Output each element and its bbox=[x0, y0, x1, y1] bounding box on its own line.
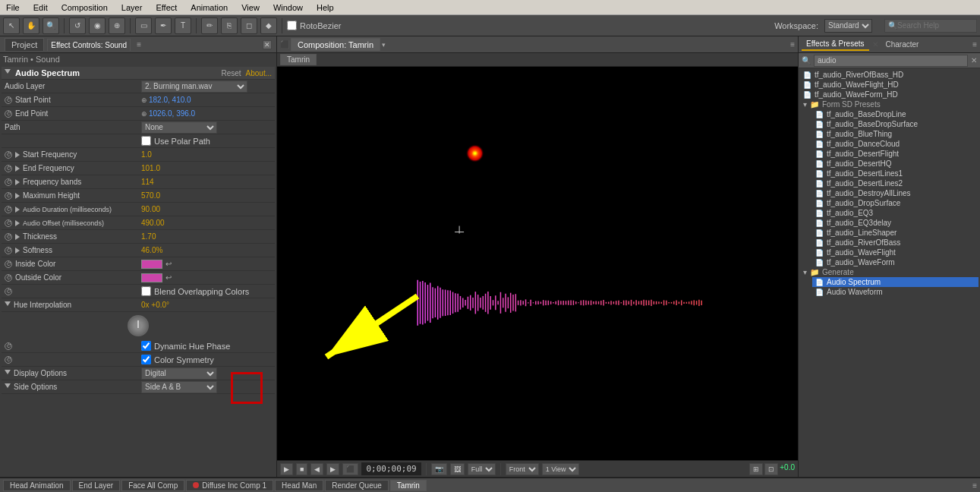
tree-item-waveflight[interactable]: 📄 tf_audio_WaveFlight bbox=[812, 248, 978, 257]
expand-audio-offset[interactable] bbox=[15, 220, 20, 226]
end-point-value[interactable]: 1026.0, 396.0 bbox=[149, 109, 272, 118]
start-point-value[interactable]: 182.0, 410.0 bbox=[149, 96, 272, 104]
stopwatch-thickness[interactable]: ⏱ bbox=[5, 233, 12, 241]
comp-panel-menu[interactable]: ≡ bbox=[790, 40, 795, 49]
ram-preview-btn[interactable]: ⬛ bbox=[342, 463, 358, 475]
audio-offset-value[interactable]: 490.00 bbox=[141, 219, 272, 227]
tree-item-eq3delay[interactable]: 📄 tf_audio_EQ3delay bbox=[812, 218, 978, 228]
text-tool[interactable]: T bbox=[175, 17, 191, 34]
display-options-select[interactable]: Digital bbox=[141, 367, 217, 380]
menu-help[interactable]: Help bbox=[314, 2, 337, 13]
tree-item-riverofbass[interactable]: 📄 tf_audio_RiverOfBass bbox=[812, 238, 978, 248]
color-symmetry-checkbox[interactable] bbox=[141, 355, 151, 364]
stopwatch-audio-offset[interactable]: ⏱ bbox=[5, 219, 12, 227]
tree-item-riverofbass-hd[interactable]: 📄 tf_audio_RiverOfBass_HD bbox=[800, 70, 978, 80]
tab-character[interactable]: Character bbox=[881, 39, 924, 50]
frame-fwd-btn[interactable]: ▶ bbox=[326, 463, 339, 475]
grid-btn[interactable]: ⊞ bbox=[749, 463, 763, 475]
tree-item-audio-waveform[interactable]: 📄 Audio Waveform bbox=[812, 287, 978, 297]
use-polar-path-checkbox[interactable] bbox=[141, 136, 151, 146]
hand-tool[interactable]: ✋ bbox=[23, 17, 39, 34]
outside-color-reset[interactable]: ↩ bbox=[165, 273, 172, 282]
tree-item-waveform[interactable]: 📄 tf_audio_WaveForm bbox=[812, 257, 978, 267]
menu-animation[interactable]: Animation bbox=[187, 2, 231, 13]
tree-item-bluething[interactable]: 📄 tf_audio_BlueThing bbox=[812, 129, 978, 139]
tree-item-waveform-hd[interactable]: 📄 tf_audio_WaveForm_HD bbox=[800, 90, 978, 99]
brush-tool[interactable]: ✏ bbox=[201, 17, 218, 34]
search-input[interactable] bbox=[897, 21, 973, 30]
expand-freq-bands[interactable] bbox=[15, 179, 20, 185]
show-snapshot-btn[interactable]: 🖼 bbox=[450, 463, 465, 475]
tree-item-eq3[interactable]: 📄 tf_audio_EQ3 bbox=[812, 208, 978, 218]
stopwatch-end-point[interactable]: ⏱ bbox=[5, 110, 12, 118]
tab-project[interactable]: Project bbox=[5, 38, 44, 51]
zoom-tool[interactable]: 🔍 bbox=[43, 17, 59, 34]
stopwatch-inside-color[interactable]: ⏱ bbox=[5, 260, 12, 268]
comp-subtab-tamrin[interactable]: Tamrin bbox=[280, 54, 317, 65]
expand-softness[interactable] bbox=[15, 248, 20, 254]
tl-tab-render-queue[interactable]: Render Queue bbox=[325, 480, 389, 491]
select-tool[interactable]: ↖ bbox=[3, 17, 20, 34]
stopwatch-max-height[interactable]: ⏱ bbox=[5, 192, 12, 200]
right-panel-menu[interactable]: ≡ bbox=[972, 40, 977, 49]
menu-window[interactable]: Window bbox=[270, 2, 306, 13]
menu-view[interactable]: View bbox=[238, 2, 263, 13]
stopwatch-dyn-hue[interactable]: ⏱ bbox=[5, 342, 12, 350]
tl-tab-face-all-comp[interactable]: Face All Comp bbox=[121, 480, 184, 491]
expand-thickness[interactable] bbox=[15, 234, 20, 240]
side-options-select[interactable]: Side A & B bbox=[141, 381, 217, 393]
menu-composition[interactable]: Composition bbox=[58, 2, 111, 13]
comp-tab-tamrin[interactable]: Composition: Tamrin bbox=[291, 38, 380, 51]
stopwatch-freq-bands[interactable]: ⏱ bbox=[5, 178, 12, 186]
tree-item-basedropline[interactable]: 📄 tf_audio_BaseDropLine bbox=[812, 109, 978, 119]
comp-dropdown-icon[interactable]: ▾ bbox=[382, 41, 386, 49]
menu-edit[interactable]: Edit bbox=[30, 2, 51, 13]
tree-item-audio-spectrum[interactable]: 📄 Audio Spectrum bbox=[812, 277, 978, 287]
path-select[interactable]: None bbox=[141, 121, 217, 134]
stopwatch-blend[interactable]: ⏱ bbox=[5, 288, 12, 295]
tree-item-deserthq[interactable]: 📄 tf_audio_DesertHQ bbox=[812, 159, 978, 169]
stopwatch-softness[interactable]: ⏱ bbox=[5, 247, 12, 254]
audio-duration-value[interactable]: 90.00 bbox=[141, 205, 272, 213]
tl-tab-end-layer[interactable]: End Layer bbox=[72, 480, 121, 491]
reset-btn[interactable]: Reset bbox=[221, 69, 241, 77]
frequency-bands-value[interactable]: 114 bbox=[141, 178, 272, 186]
view-select[interactable]: Front bbox=[506, 463, 539, 475]
composition-canvas[interactable] bbox=[277, 67, 798, 460]
tree-item-desertlines1[interactable]: 📄 tf_audio_DesertLines1 bbox=[812, 169, 978, 178]
tree-item-desertflight[interactable]: 📄 tf_audio_DesertFlight bbox=[812, 149, 978, 159]
layout-select[interactable]: 1 View bbox=[542, 463, 579, 475]
snapshot-btn[interactable]: 📷 bbox=[431, 463, 447, 475]
expand-display[interactable] bbox=[5, 370, 11, 377]
end-frequency-value[interactable]: 101.0 bbox=[141, 164, 272, 172]
rotobezier-checkbox[interactable] bbox=[287, 20, 297, 30]
puppet-tool[interactable]: ◆ bbox=[260, 17, 277, 34]
play-btn[interactable]: ▶ bbox=[280, 463, 293, 475]
eraser-tool[interactable]: ◻ bbox=[241, 17, 257, 34]
dynamic-hue-checkbox[interactable] bbox=[141, 341, 151, 351]
expand-end-freq[interactable] bbox=[15, 166, 20, 172]
workspace-select[interactable]: Standard bbox=[824, 19, 872, 33]
tree-item-desertlines2[interactable]: 📄 tf_audio_DesertLines2 bbox=[812, 178, 978, 188]
tree-item-lineshaper[interactable]: 📄 tf_audio_LineShaper bbox=[812, 228, 978, 238]
blend-colors-checkbox[interactable] bbox=[141, 286, 151, 296]
tab-effect-controls[interactable]: Effect Controls: Sound bbox=[47, 39, 131, 51]
outside-color-swatch[interactable] bbox=[141, 273, 162, 282]
expand-hue[interactable] bbox=[5, 301, 11, 309]
tree-item-basedropsurface[interactable]: 📄 tf_audio_BaseDropSurface bbox=[812, 119, 978, 129]
zoom-select[interactable]: Full bbox=[468, 463, 496, 475]
hue-interpolation-value[interactable]: 0x +0.0° bbox=[141, 301, 272, 309]
tl-tab-head-animation[interactable]: Head Animation bbox=[3, 480, 71, 491]
audio-layer-select[interactable]: 2. Burning man.wav bbox=[141, 80, 247, 93]
expand-max-height[interactable] bbox=[15, 193, 20, 199]
folder-form-sd-presets[interactable]: ▾ 📁 Form SD Presets bbox=[800, 99, 978, 109]
panel-menu-icon[interactable]: ≡ bbox=[137, 40, 141, 49]
thickness-value[interactable]: 1.70 bbox=[141, 232, 272, 241]
rect-tool[interactable]: ▭ bbox=[135, 17, 152, 34]
tl-tab-tamrin[interactable]: Tamrin bbox=[390, 480, 427, 491]
tree-item-destroyalllines[interactable]: 📄 tf_audio_DestroyAllLines bbox=[812, 188, 978, 198]
inside-color-swatch[interactable] bbox=[141, 260, 162, 269]
panel-close-btn[interactable]: ✕ bbox=[263, 40, 272, 49]
title-safe-btn[interactable]: ⊡ bbox=[764, 463, 778, 475]
menu-file[interactable]: File bbox=[3, 2, 23, 13]
